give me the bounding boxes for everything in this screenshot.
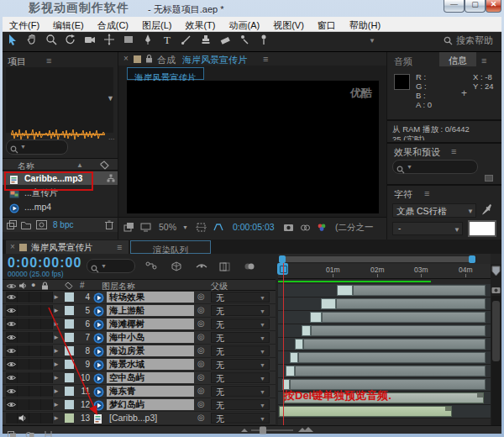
current-timecode[interactable]: 0:00:00:00 — [8, 255, 81, 271]
menu-item[interactable]: 图层(L) — [135, 18, 178, 32]
new-folder-icon[interactable] — [21, 220, 31, 229]
pick-whip-icon[interactable]: ◎ — [197, 372, 205, 382]
stamp-tool[interactable] — [196, 32, 215, 50]
tab-timeline-comp[interactable]: × 海岸风景宣传片 ≡ — [6, 240, 129, 254]
tab-info[interactable]: 信息 — [439, 52, 476, 66]
fill-color-swatch[interactable] — [468, 220, 496, 237]
minimize-button[interactable]: — — [444, 0, 465, 13]
parent-select[interactable]: 无▼ — [211, 386, 270, 397]
eye-toggle[interactable] — [6, 319, 18, 329]
rotate-tool[interactable] — [60, 32, 80, 50]
shape-tool[interactable] — [118, 32, 138, 50]
pick-whip-icon[interactable]: ◎ — [197, 332, 205, 341]
solo-toggle[interactable] — [29, 399, 41, 410]
new-composition-icon[interactable] — [36, 220, 47, 229]
layer-bar-head[interactable] — [310, 312, 322, 323]
help-search[interactable]: 搜索帮助 — [444, 34, 493, 47]
current-time[interactable]: 0:00:05:03 — [233, 222, 275, 232]
layer-name[interactable]: 海东青 — [109, 386, 136, 398]
layer-bar[interactable] — [322, 312, 486, 323]
layer-row[interactable]: ►7海中小岛◎无▼ — [3, 331, 276, 345]
pick-whip-icon[interactable]: ◎ — [197, 399, 205, 408]
parent-select[interactable]: 无▼ — [211, 399, 270, 410]
puppet-pin-tool[interactable] — [254, 32, 273, 50]
layer-name[interactable]: 空中岛屿 — [109, 372, 144, 384]
label-color-swatch[interactable] — [65, 292, 74, 302]
menu-item[interactable]: 编辑(E) — [46, 18, 91, 32]
tab-audio[interactable]: 音频 — [394, 55, 412, 68]
layer-row[interactable]: ►10空中岛屿◎无▼ — [3, 371, 276, 385]
panel-menu-icon[interactable]: ≡ — [263, 54, 268, 64]
type-tool[interactable]: T — [157, 32, 176, 50]
label-color-swatch[interactable] — [65, 346, 74, 355]
timeline-zoom-slider[interactable] — [241, 426, 322, 434]
solo-toggle[interactable] — [29, 345, 41, 356]
maximize-button[interactable]: ▢ — [465, 0, 486, 13]
project-search-input[interactable]: ▼ — [6, 140, 68, 155]
audio-toggle[interactable] — [18, 386, 29, 397]
panel-menu-icon[interactable]: ≡ — [481, 55, 486, 66]
layer-bar[interactable] — [303, 339, 486, 350]
comp-button-icon[interactable] — [491, 286, 501, 294]
layer-bar-head[interactable] — [321, 298, 336, 309]
audio-toggle[interactable] — [18, 399, 29, 410]
menu-item[interactable]: 动画(A) — [223, 18, 267, 32]
draft-3d-icon[interactable] — [171, 261, 182, 276]
layer-row[interactable]: ►8海边房景◎无▼ — [3, 345, 276, 358]
lock-toggle[interactable] — [41, 332, 53, 343]
lock-toggle[interactable] — [41, 319, 53, 329]
parent-select[interactable]: 无▼ — [211, 413, 270, 424]
layer-name[interactable]: 海上游船 — [109, 305, 144, 317]
menu-item[interactable]: 合成(C) — [91, 18, 135, 32]
chevron-down-icon[interactable]: ▼ — [107, 94, 114, 103]
parent-select[interactable]: 无▼ — [211, 305, 270, 316]
composition-viewport[interactable]: 优酷 — [127, 81, 379, 213]
comp-marker-bin-icon[interactable] — [491, 266, 501, 276]
motion-blur-icon[interactable] — [244, 261, 256, 276]
layer-bar[interactable] — [298, 352, 486, 363]
solo-toggle[interactable] — [29, 332, 41, 343]
label-color-swatch[interactable] — [65, 360, 74, 369]
show-snapshot-icon[interactable] — [300, 222, 311, 234]
column-number[interactable]: # — [80, 281, 85, 290]
pen-tool[interactable] — [138, 32, 157, 50]
panel-menu-icon[interactable]: ≡ — [46, 55, 51, 66]
eye-toggle[interactable] — [6, 399, 18, 410]
eye-toggle[interactable] — [6, 305, 18, 316]
layer-bar-head[interactable] — [302, 325, 311, 336]
menu-item[interactable]: 视图(V) — [266, 18, 311, 32]
lock-icon[interactable] — [145, 55, 153, 63]
chevron-down-icon[interactable]: ▼ — [182, 224, 188, 230]
work-area-bar[interactable] — [278, 255, 476, 263]
audio-toggle[interactable] — [18, 413, 29, 424]
work-area-start-handle[interactable] — [279, 255, 286, 263]
layer-bar-head[interactable] — [337, 285, 353, 296]
solo-toggle[interactable] — [29, 305, 41, 316]
parent-select[interactable]: 无▼ — [211, 319, 270, 329]
roi-icon[interactable] — [196, 222, 207, 234]
parent-select[interactable]: 无▼ — [211, 372, 270, 383]
layer-name[interactable]: 梦幻岛屿 — [109, 399, 144, 411]
expand-arrow-icon[interactable]: ► — [53, 293, 60, 301]
expand-arrow-icon[interactable]: ► — [53, 361, 60, 368]
layer-bar-head[interactable] — [295, 339, 303, 350]
eraser-tool[interactable] — [215, 32, 234, 50]
layer-bar-head[interactable] — [286, 366, 295, 376]
tab-project[interactable]: 项目 — [8, 55, 26, 68]
label-color-swatch[interactable] — [65, 306, 74, 315]
audio-toggle[interactable] — [18, 345, 29, 356]
lock-toggle[interactable] — [41, 345, 53, 356]
vertical-scrollbar[interactable] — [491, 296, 501, 429]
menu-item[interactable]: 帮助(H) — [343, 18, 387, 32]
pick-whip-icon[interactable]: ◎ — [197, 292, 205, 301]
frame-blending-icon[interactable] — [219, 261, 231, 276]
pick-whip-icon[interactable]: ◎ — [197, 386, 205, 395]
lock-toggle[interactable] — [41, 413, 53, 424]
lock-toggle[interactable] — [41, 305, 53, 316]
layer-bar[interactable] — [311, 325, 486, 336]
pick-whip-icon[interactable]: ◎ — [197, 413, 205, 422]
layer-row[interactable]: ►13[Caribb...p3]◎无▼ — [3, 412, 276, 425]
label-color-swatch[interactable] — [65, 333, 74, 342]
menu-item[interactable]: 效果(T) — [178, 18, 222, 32]
lock-icon[interactable] — [41, 282, 49, 290]
